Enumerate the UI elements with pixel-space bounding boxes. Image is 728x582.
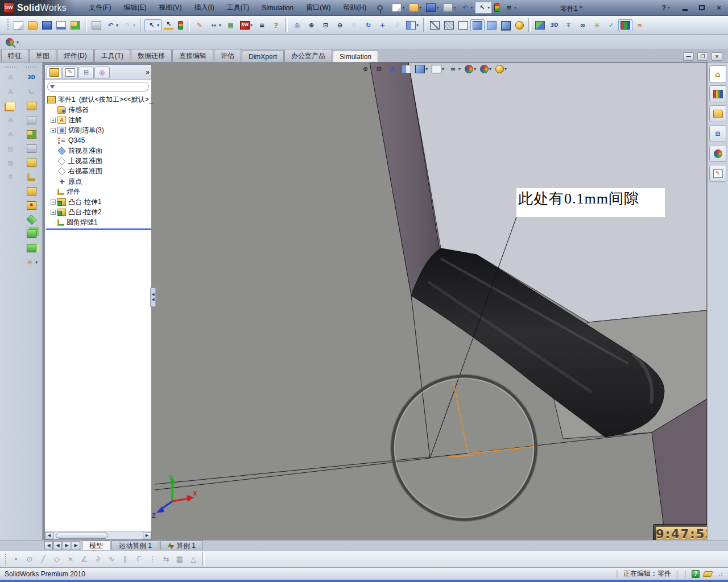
tree-item-top-plane[interactable]: 上视基准面	[46, 156, 151, 166]
lt-design-binder-button[interactable]: ▤	[2, 142, 19, 155]
zoom-previous-button[interactable]: ⊘	[347, 19, 361, 31]
wt-gusset-button[interactable]	[23, 127, 40, 141]
menu-insert[interactable]: 插入(I)	[188, 0, 220, 15]
taskpane-solidworks-resources-button[interactable]: ⌂	[709, 65, 726, 82]
status-help-icon[interactable]: ?	[692, 570, 700, 578]
tree-item-boss-extrude1[interactable]: + 凸台-拉伸1	[46, 197, 151, 207]
qt-new-document-button[interactable]: ▾	[390, 2, 407, 14]
hud-edit-appearance-button[interactable]: ▾	[464, 64, 477, 74]
wt-fillet-bead-button[interactable]	[23, 170, 40, 184]
configurationmanager-tab[interactable]: ⊞	[78, 66, 94, 78]
expander-icon[interactable]	[51, 189, 56, 194]
featuremanager-tree-tab[interactable]	[47, 66, 62, 78]
dimxpertmanager-tab[interactable]: ◎	[94, 66, 110, 78]
gap-edge-highlight[interactable]	[449, 455, 473, 457]
tree-item-weldment[interactable]: 焊件	[46, 186, 151, 197]
curvature-button[interactable]: ≈	[632, 19, 647, 31]
gap-note-annotation[interactable]: 此处有0.1mm间隙	[516, 188, 665, 217]
qt-options-button[interactable]: ≡▾	[502, 2, 519, 14]
wt-linear-pattern-button[interactable]	[23, 227, 40, 240]
options-button[interactable]: ≡	[255, 19, 269, 31]
tab-office-products[interactable]: 办公室产品	[284, 49, 332, 62]
tree-filter-input[interactable]	[47, 82, 149, 92]
selection-filter-button[interactable]: ↖	[162, 19, 176, 31]
tree-item-right-plane[interactable]: 右视基准面	[46, 166, 151, 176]
new-document-button[interactable]	[11, 19, 26, 31]
qt-undo-button[interactable]: ↶▾	[458, 2, 475, 14]
tab-data-migration[interactable]: 数据迁移	[131, 49, 172, 62]
toolbar-grip[interactable]	[5, 553, 7, 566]
hud-section-view-button[interactable]	[400, 64, 412, 74]
hidden-lines-removed-button[interactable]	[456, 19, 470, 31]
taskpane-design-library-button[interactable]	[709, 85, 726, 102]
menu-simulation[interactable]: Simulation	[255, 1, 300, 15]
gap-edge-highlight[interactable]	[453, 383, 468, 454]
expander-icon[interactable]: +	[51, 199, 56, 205]
snap-tangent-button[interactable]: ∂	[91, 553, 105, 566]
wt-chamfer-button[interactable]	[23, 213, 40, 226]
expander-icon[interactable]	[51, 159, 56, 164]
status-tag-icon[interactable]	[702, 571, 713, 577]
lt-balloon-button[interactable]: A	[2, 127, 19, 141]
scroll-left-icon[interactable]: ◀	[45, 532, 53, 539]
tree-item-cut-list[interactable]: + 切割清单(3)	[46, 125, 151, 135]
rotate-about-scene-button[interactable]: ↺	[390, 19, 404, 31]
rebuild-button[interactable]	[176, 19, 185, 31]
search-icon[interactable]	[6, 38, 14, 46]
qt-print-button[interactable]: ▾	[441, 2, 458, 14]
expander-icon[interactable]: +	[51, 210, 56, 215]
zoom-to-fit-button[interactable]: ⊕	[304, 19, 318, 31]
lt-note-button[interactable]	[2, 99, 19, 113]
snap-grid-button[interactable]: ▦	[173, 553, 187, 566]
taskpane-appearances-button[interactable]	[709, 145, 726, 162]
tree-item-material[interactable]: Q345	[46, 135, 151, 146]
tree-item-fillet-bead1[interactable]: 圆角焊缝1	[46, 217, 151, 227]
hud-display-style-button[interactable]: ▾	[414, 64, 429, 74]
tab-motion-study-1[interactable]: 运动算例 1	[111, 541, 159, 550]
snap-line-button[interactable]: ╱	[36, 553, 50, 566]
hud-zoom-to-fit-button[interactable]: ⊕	[359, 64, 371, 74]
zoom-in-out-button[interactable]: ⊖	[333, 19, 347, 31]
redo-button[interactable]: ↷▾	[121, 19, 138, 31]
snap-parallel-button[interactable]: ∥	[118, 553, 132, 566]
tab-weldments[interactable]: 焊件(D)	[57, 49, 94, 62]
rgb-reference-triad-button[interactable]	[618, 19, 632, 31]
tab-evaluate[interactable]: 评估	[214, 49, 241, 62]
tree-item-origin[interactable]: 原点	[46, 176, 151, 186]
close-button[interactable]: ×	[713, 3, 725, 13]
tree-item-front-plane[interactable]: 前视基准面	[46, 146, 151, 156]
taskpane-file-explorer-button[interactable]	[709, 105, 726, 122]
expander-icon[interactable]	[51, 148, 56, 153]
make-drawing-button[interactable]	[54, 19, 68, 31]
lt-image-button[interactable]: ▦	[2, 156, 19, 169]
tree-root-part[interactable]: 零件1 (默认<按加工><<默认>_	[46, 94, 151, 105]
tab-direct-editing[interactable]: 直接编辑	[172, 49, 213, 62]
snap-angle-button[interactable]: ∠	[77, 553, 91, 566]
lt-format-painter-button[interactable]: A	[2, 85, 19, 98]
qt-open-button[interactable]: ▾	[407, 2, 424, 14]
tab-sketch[interactable]: 草图	[29, 49, 56, 62]
sketch-button[interactable]: ✎	[192, 19, 206, 31]
qt-rebuild-button[interactable]	[492, 2, 502, 14]
apply-scene-button[interactable]	[513, 19, 526, 31]
hud-apply-scene-button[interactable]: ▾	[479, 64, 493, 74]
taskpane-view-palette-button[interactable]: ⊞	[709, 125, 726, 142]
tab-dimxpert[interactable]: DimXpert	[242, 51, 284, 62]
wt-hole-wizard-button[interactable]: ✱	[23, 198, 40, 212]
mass-properties-button[interactable]: ▦	[224, 19, 238, 31]
wt-3d-sketch-button[interactable]: 3D	[23, 70, 40, 84]
hud-zoom-to-area-button[interactable]: ⊡	[373, 64, 385, 74]
tree-item-boss-extrude2[interactable]: + 凸台-拉伸2	[46, 207, 151, 217]
toolbar-grip[interactable]	[5, 66, 17, 68]
feature-recognition-button[interactable]: ✳	[590, 19, 604, 31]
open-button[interactable]	[26, 19, 40, 31]
scroll-right-icon[interactable]: ▶	[143, 532, 151, 539]
tab-simulation[interactable]: Simulation	[333, 50, 378, 62]
qt-save-button[interactable]: ▾	[424, 2, 441, 14]
menu-pin-icon[interactable]	[377, 5, 383, 11]
expander-icon[interactable]	[51, 220, 56, 225]
hud-zoom-to-selection-button[interactable]: ◎	[387, 64, 399, 74]
wt-reference-geometry-button[interactable]: ✳▾	[23, 255, 40, 269]
solidworks-resources-button[interactable]: SW▾	[238, 19, 255, 31]
minimize-button[interactable]	[679, 3, 690, 13]
